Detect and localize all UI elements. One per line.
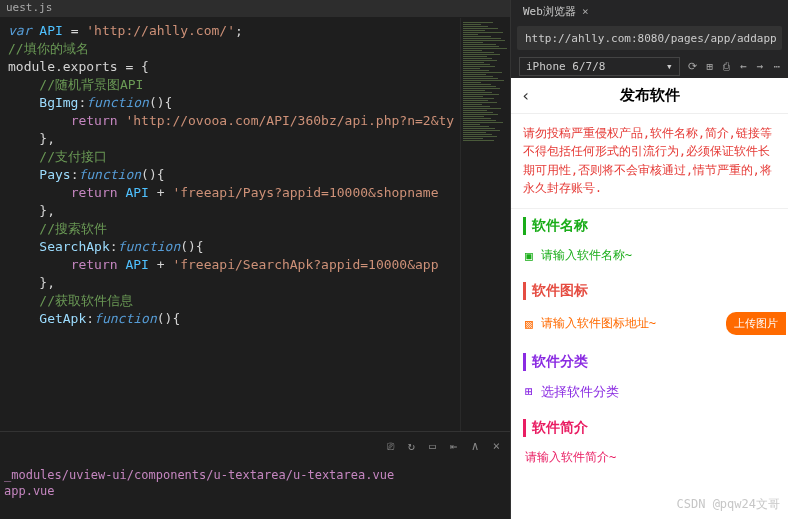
prop: GetApk	[39, 311, 86, 326]
url-input[interactable]: http://ahlly.com:8080/pages/app/addapp	[517, 26, 782, 50]
collapse-icon[interactable]: ⇤	[450, 439, 457, 453]
chevron-down-icon: ▾	[666, 60, 673, 73]
var: API	[31, 23, 70, 38]
punct: +	[157, 185, 173, 200]
android-icon: ▣	[525, 248, 533, 263]
close-icon[interactable]: ×	[582, 5, 589, 18]
comment: //获取软件信息	[39, 293, 133, 308]
punct: (){	[141, 167, 164, 182]
str: 'freeapi/SearchApk?appid=10000&app	[172, 257, 438, 272]
comment: //随机背景图API	[39, 77, 143, 92]
editor-panel: uest.js var API = 'http://ahlly.com/'; /…	[0, 0, 510, 519]
var: API	[118, 257, 157, 272]
section-title: 软件名称	[523, 217, 776, 235]
device-toolbar: iPhone 6/7/8 ▾ ⟳ ⊞ ⎙ ← → ⋯	[511, 54, 788, 78]
punct: =	[71, 23, 87, 38]
placeholder: 选择软件分类	[541, 383, 619, 401]
device-select[interactable]: iPhone 6/7/8 ▾	[519, 57, 680, 76]
punct: (){	[157, 311, 180, 326]
punct: (){	[149, 95, 172, 110]
browser-tab[interactable]: Web浏览器 ×	[517, 2, 595, 21]
kw: return	[71, 113, 118, 128]
terminal-toolbar: ⎚ ↻ ▭ ⇤ ∧ ×	[0, 431, 510, 459]
terminal-line: _modules/uview-ui/components/u-textarea/…	[4, 467, 506, 483]
category-select[interactable]: ⊞ 选择软件分类	[523, 379, 776, 405]
str: 'http://ovooa.com/API/360bz/api.php?n=2&…	[118, 113, 455, 128]
punct: ;	[235, 23, 243, 38]
mobile-preview: ‹ 发布软件 请勿投稿严重侵权产品,软件名称,简介,链接等不得包括任何形式的引流…	[511, 78, 788, 519]
punct: :	[86, 311, 94, 326]
txt: module.exports	[8, 59, 125, 74]
back-icon[interactable]: ←	[740, 60, 747, 73]
watermark: CSDN @pqw24文哥	[677, 496, 780, 513]
mobile-header: ‹ 发布软件	[511, 78, 788, 114]
restart-icon[interactable]: ↻	[408, 439, 415, 453]
image-icon: ▧	[525, 316, 533, 331]
punct: :	[110, 239, 118, 254]
placeholder: 请输入软件名称~	[541, 247, 632, 264]
editor-area[interactable]: var API = 'http://ahlly.com/'; //填你的域名 m…	[0, 18, 510, 431]
chevron-up-icon[interactable]: ∧	[472, 439, 479, 453]
prop: BgImg	[39, 95, 78, 110]
name-input[interactable]: ▣ 请输入软件名称~	[523, 243, 776, 268]
placeholder: 请输入软件图标地址~	[541, 315, 718, 332]
section-title: 软件图标	[523, 282, 776, 300]
str: 'freeapi/Pays?appid=10000&shopname	[172, 185, 438, 200]
icon-input[interactable]: ▧ 请输入软件图标地址~ 上传图片	[523, 308, 776, 339]
kw: function	[78, 167, 141, 182]
ruler-icon[interactable]: ⊞	[707, 60, 714, 73]
str: 'http://ahlly.com/'	[86, 23, 235, 38]
close-icon[interactable]: ×	[493, 439, 500, 453]
comment: //搜索软件	[39, 221, 107, 236]
tool-icon[interactable]: ⎚	[387, 439, 394, 453]
section-icon: 软件图标 ▧ 请输入软件图标地址~ 上传图片	[511, 274, 788, 345]
punct: },	[39, 131, 55, 146]
back-button[interactable]: ‹	[521, 86, 531, 105]
browser-panel: Web浏览器 × http://ahlly.com:8080/pages/app…	[510, 0, 788, 519]
punct: = {	[125, 59, 148, 74]
section-desc: 软件简介 请输入软件简介~	[511, 411, 788, 476]
punct: +	[157, 257, 173, 272]
placeholder: 请输入软件简介~	[525, 449, 616, 466]
browser-tab-label: Web浏览器	[523, 4, 576, 19]
minimap[interactable]	[460, 18, 510, 431]
kw: var	[8, 23, 31, 38]
kw: return	[71, 257, 118, 272]
comment: //填你的域名	[8, 41, 89, 56]
kw: function	[86, 95, 149, 110]
more-icon[interactable]: ⋯	[773, 60, 780, 73]
section-title: 软件分类	[523, 353, 776, 371]
kw: return	[71, 185, 118, 200]
section-name: 软件名称 ▣ 请输入软件名称~	[511, 209, 788, 274]
warning-banner: 请勿投稿严重侵权产品,软件名称,简介,链接等不得包括任何形式的引流行为,必须保证…	[511, 114, 788, 209]
section-title: 软件简介	[523, 419, 776, 437]
desc-input[interactable]: 请输入软件简介~	[523, 445, 776, 470]
punct: },	[39, 203, 55, 218]
punct: },	[39, 275, 55, 290]
section-category: 软件分类 ⊞ 选择软件分类	[511, 345, 788, 411]
screenshot-icon[interactable]: ⎙	[723, 60, 730, 73]
punct: (){	[180, 239, 203, 254]
prop: SearchApk	[39, 239, 109, 254]
var: API	[118, 185, 157, 200]
panel-icon[interactable]: ▭	[429, 439, 436, 453]
browser-tabbar: Web浏览器 ×	[511, 0, 788, 22]
comment: //支付接口	[39, 149, 107, 164]
kw: function	[118, 239, 181, 254]
upload-button[interactable]: 上传图片	[726, 312, 786, 335]
grid-icon: ⊞	[525, 384, 533, 399]
device-label: iPhone 6/7/8	[526, 60, 605, 73]
editor-tab[interactable]: uest.js	[0, 0, 510, 18]
code-content[interactable]: var API = 'http://ahlly.com/'; //填你的域名 m…	[0, 18, 460, 431]
terminal-line: app.vue	[4, 483, 506, 499]
terminal-output[interactable]: _modules/uview-ui/components/u-textarea/…	[0, 459, 510, 519]
prop: Pays	[39, 167, 70, 182]
page-title: 发布软件	[620, 86, 680, 105]
kw: function	[94, 311, 157, 326]
rotate-icon[interactable]: ⟳	[688, 60, 697, 73]
forward-icon[interactable]: →	[757, 60, 764, 73]
